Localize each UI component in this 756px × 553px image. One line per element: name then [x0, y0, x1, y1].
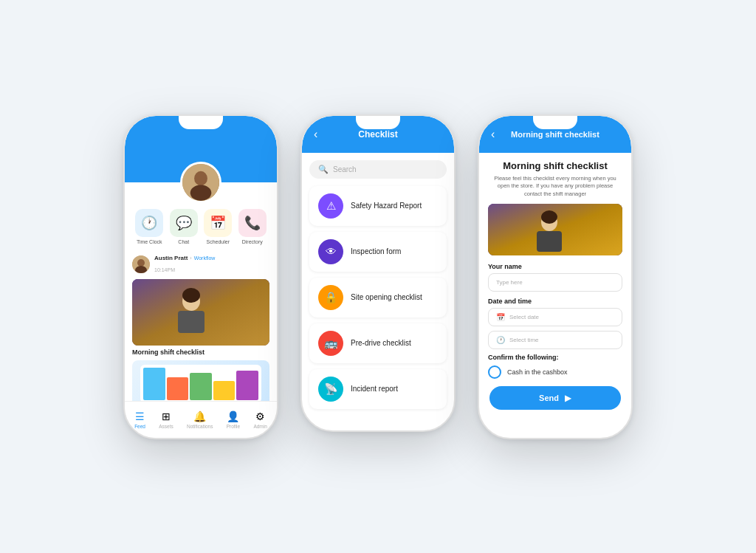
send-icon: ▶ [565, 393, 571, 403]
time-clock-item[interactable]: 🕐 Time Clock [135, 209, 163, 244]
site-opening-label: Site opening checklist [351, 293, 422, 301]
nav-assets[interactable]: ⊞ Assets [159, 411, 173, 429]
safety-hazard-label: Safety Hazard Report [351, 202, 422, 210]
list-item-site-opening[interactable]: 🔒 Site opening checklist [309, 278, 447, 317]
post-user-info: Austin Pratt › Workflow 10:14PM [154, 255, 215, 275]
nav-admin-label: Admin [253, 424, 267, 429]
post-time: 10:14PM [154, 267, 175, 272]
time-placeholder: Select time [509, 337, 539, 343]
send-button[interactable]: Send ▶ [489, 386, 621, 410]
incident-label: Incident report [351, 385, 398, 393]
chat-item[interactable]: 💬 Chat [170, 209, 198, 244]
calendar-icon: 📅 [496, 313, 505, 321]
notifications-icon: 🔔 [193, 411, 206, 422]
time-picker[interactable]: 🕐 Select time [488, 331, 622, 349]
list-item-predrive[interactable]: 🚌 Pre-drive checklist [309, 323, 447, 363]
p2-title: Checklist [358, 129, 397, 140]
list-item-inspection[interactable]: 👁 Inspection form [309, 232, 447, 272]
directory-label: Directory [242, 239, 263, 244]
quick-actions: 🕐 Time Clock 💬 Chat 📅 Scheduler 📞 [125, 209, 277, 250]
chat-icon: 💬 [170, 209, 198, 237]
checklist-items: ⚠ Safety Hazard Report 👁 Inspection form… [302, 186, 454, 409]
confirm-label: Confirm the following: [488, 354, 622, 361]
admin-icon: ⚙ [255, 411, 265, 422]
name-label: Your name [488, 263, 622, 270]
date-picker[interactable]: 📅 Select date [488, 308, 622, 326]
inspection-icon: 👁 [318, 239, 343, 264]
svg-point-4 [137, 259, 145, 267]
nav-assets-label: Assets [159, 424, 173, 429]
name-input[interactable]: Type here [488, 273, 622, 292]
clock-icon: 🕐 [496, 336, 505, 344]
feed-icon: ☰ [135, 411, 145, 422]
date-placeholder: Select date [509, 314, 539, 320]
search-placeholder: Search [333, 165, 357, 174]
feed-area: Austin Pratt › Workflow 10:14PM [125, 250, 277, 413]
notch-2 [356, 116, 400, 129]
p2-back-button[interactable]: ‹ [314, 128, 317, 141]
scheduler-icon: 📅 [204, 209, 232, 237]
cashbox-checkbox[interactable] [488, 365, 501, 379]
p3-title: Morning shift checklist [511, 130, 599, 139]
avatar-image [182, 164, 219, 201]
bottom-nav: ☰ Feed ⊞ Assets 🔔 Notifications 👤 Profil… [125, 401, 277, 438]
directory-icon: 📞 [238, 209, 267, 237]
checkbox-row: Cash in the cashbox [488, 365, 622, 379]
p3-content: Morning shift checklist Please feel this… [479, 153, 631, 418]
nav-admin[interactable]: ⚙ Admin [253, 411, 267, 429]
list-item-safety[interactable]: ⚠ Safety Hazard Report [309, 186, 447, 226]
svg-point-15 [541, 210, 557, 224]
profile-icon: 👤 [227, 411, 239, 422]
svg-point-2 [190, 185, 212, 200]
p3-hero-image [488, 204, 622, 255]
calendar-illustration [140, 365, 261, 403]
incident-icon: 📡 [318, 377, 343, 402]
avatar [180, 162, 221, 203]
list-item-incident[interactable]: 📡 Incident report [309, 369, 447, 409]
post-illustration [132, 279, 269, 346]
send-label: Send [539, 394, 559, 402]
notch-1 [179, 116, 223, 129]
phone-2: ‹ Checklist 🔍 Search ⚠ Safety Hazard Rep… [300, 114, 456, 432]
nav-feed-label: Feed [134, 424, 145, 429]
scene: 🕐 Time Clock 💬 Chat 📅 Scheduler 📞 [123, 114, 633, 439]
scheduler-label: Scheduler [206, 239, 230, 244]
directory-item[interactable]: 📞 Directory [238, 209, 267, 244]
post-image [132, 279, 269, 346]
post-user-row: Austin Pratt › Workflow 10:14PM [132, 255, 269, 275]
workflow-badge: Workflow [194, 255, 216, 261]
assets-icon: ⊞ [162, 411, 171, 422]
svg-point-1 [194, 171, 207, 185]
svg-point-10 [182, 288, 200, 303]
cashbox-label: Cash in the cashbox [507, 368, 568, 376]
p3-description: Please feel this checklist every morning… [488, 175, 622, 199]
phone-1: 🕐 Time Clock 💬 Chat 📅 Scheduler 📞 [123, 114, 278, 439]
nav-notifications-label: Notifications [187, 424, 213, 429]
name-placeholder: Type here [496, 279, 523, 286]
chat-label: Chat [178, 239, 189, 244]
time-clock-icon: 🕐 [135, 209, 163, 237]
search-icon: 🔍 [318, 165, 329, 174]
nav-profile[interactable]: 👤 Profile [227, 411, 240, 429]
predrive-icon: 🚌 [318, 331, 343, 356]
inspection-label: Inspection form [351, 247, 401, 255]
svg-rect-14 [537, 231, 562, 252]
nav-profile-label: Profile [227, 424, 240, 429]
p3-back-button[interactable]: ‹ [491, 128, 495, 141]
time-clock-label: Time Clock [137, 239, 162, 244]
nav-notifications[interactable]: 🔔 Notifications [187, 411, 213, 429]
post-user-name: Austin Pratt [154, 255, 188, 261]
phone-3: ‹ Morning shift checklist Morning shift … [478, 114, 633, 439]
scheduler-item[interactable]: 📅 Scheduler [204, 209, 232, 244]
svg-rect-9 [178, 311, 205, 333]
nav-feed[interactable]: ☰ Feed [134, 411, 145, 429]
safety-hazard-icon: ⚠ [318, 193, 343, 219]
p3-main-title: Morning shift checklist [488, 160, 622, 171]
predrive-label: Pre-drive checklist [351, 339, 411, 347]
post-title: Morning shift checklist [132, 348, 269, 356]
site-opening-icon: 🔒 [318, 285, 343, 310]
search-bar[interactable]: 🔍 Search [309, 160, 447, 179]
post-user-avatar [132, 255, 150, 273]
datetime-label: Date and time [488, 298, 622, 305]
notch-3 [533, 116, 577, 129]
